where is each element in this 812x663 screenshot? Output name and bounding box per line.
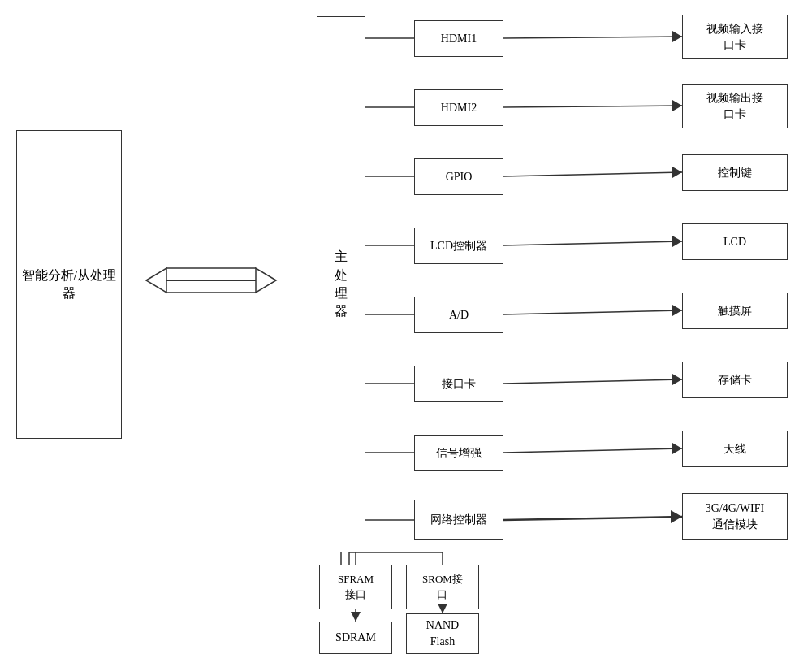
svg-line-17 <box>503 172 682 176</box>
touch-box: 触摸屏 <box>682 292 788 329</box>
comm-module-box: 3G/4G/WIFI通信模块 <box>682 493 788 540</box>
network-ctrl-box: 网络控制器 <box>414 500 503 540</box>
svg-line-25 <box>503 448 682 453</box>
main-processor-box: 主处理器 <box>317 16 365 552</box>
hdmi2-box: HDMI2 <box>414 89 503 126</box>
svg-marker-35 <box>351 612 361 622</box>
antenna-box: 天线 <box>682 431 788 467</box>
hdmi1-box: HDMI1 <box>414 20 503 57</box>
left-processor-label: 智能分析/从处理器 <box>17 266 121 303</box>
svg-line-23 <box>503 379 682 384</box>
svg-marker-26 <box>672 443 682 454</box>
svg-line-15 <box>503 106 682 107</box>
svg-line-19 <box>503 241 682 245</box>
svg-marker-14 <box>672 31 682 42</box>
storage-box: 存储卡 <box>682 362 788 398</box>
double-arrow-svg <box>122 260 300 301</box>
svg-line-27 <box>503 517 682 520</box>
lcd-box: LCD <box>682 223 788 260</box>
svg-marker-22 <box>672 305 682 316</box>
video-in-box: 视频输入接口卡 <box>682 15 788 59</box>
sfram-box: SFRAM接口 <box>319 565 392 609</box>
svg-marker-28 <box>671 510 682 523</box>
svg-marker-20 <box>672 236 682 247</box>
svg-marker-24 <box>672 374 682 385</box>
gpio-box: GPIO <box>414 158 503 195</box>
left-processor-box: 智能分析/从处理器 <box>16 130 122 439</box>
svg-line-13 <box>503 37 682 38</box>
svg-marker-2 <box>256 268 276 292</box>
video-out-box: 视频输出接口卡 <box>682 84 788 128</box>
svg-marker-1 <box>146 268 166 292</box>
main-processor-label: 主处理器 <box>335 248 348 321</box>
sdram-box: SDRAM <box>319 622 392 654</box>
nand-flash-box: NANDFlash <box>406 613 479 654</box>
interface-card-box: 接口卡 <box>414 366 503 402</box>
svg-marker-16 <box>672 100 682 111</box>
svg-line-21 <box>503 310 682 314</box>
control-key-box: 控制键 <box>682 154 788 191</box>
srom-box: SROM接口 <box>406 565 479 609</box>
signal-boost-box: 信号增强 <box>414 435 503 471</box>
lcd-ctrl-box: LCD控制器 <box>414 228 503 264</box>
svg-marker-18 <box>672 167 682 178</box>
ad-box: A/D <box>414 297 503 333</box>
diagram: 智能分析/从处理器 主处理器 HDMI1 HDMI2 GPIO LCD控制器 A… <box>0 0 812 663</box>
